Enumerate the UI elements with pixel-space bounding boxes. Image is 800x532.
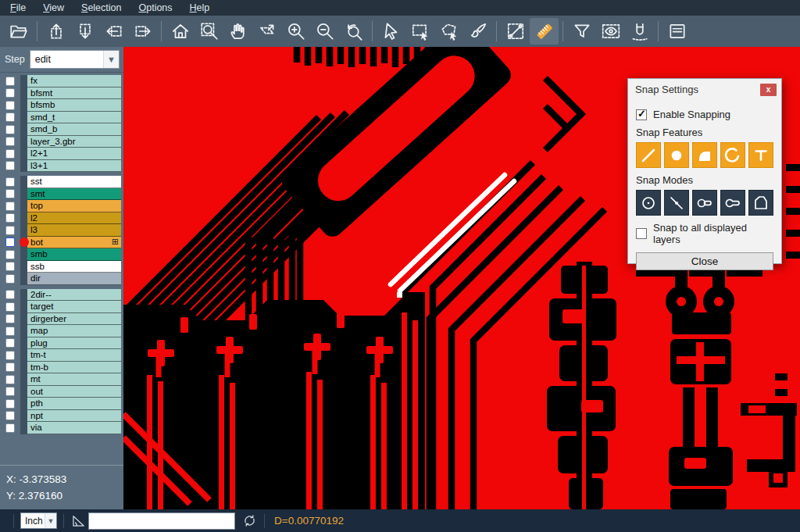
- layer-name-smb[interactable]: smb: [27, 248, 121, 261]
- layer-checkbox-bfsmt[interactable]: [5, 88, 15, 98]
- snap-mode-keyhole-button[interactable]: [720, 190, 745, 216]
- layer-name-2dir--[interactable]: 2dir--: [27, 289, 121, 302]
- layer-checkbox-bot[interactable]: [5, 237, 15, 247]
- clear-selection-button[interactable]: [463, 18, 492, 45]
- snap-mode-corner-button[interactable]: [748, 190, 773, 216]
- layer-name-tm-b[interactable]: tm-b: [27, 362, 121, 374]
- layer-checkbox-l2+1[interactable]: [5, 149, 15, 159]
- layer-name-dir[interactable]: dir: [27, 273, 121, 285]
- menu-file[interactable]: File: [2, 1, 34, 15]
- shift-view-left-button[interactable]: [99, 18, 128, 45]
- layer-name-sst[interactable]: sst: [27, 176, 121, 188]
- layer-checkbox-pth[interactable]: [5, 399, 15, 409]
- zoom-area-button[interactable]: [195, 18, 223, 45]
- snap-feature-text-button[interactable]: [748, 142, 773, 168]
- layer-name-plug[interactable]: plug: [27, 337, 121, 350]
- layer-checkbox-out[interactable]: [5, 387, 15, 396]
- layer-name-target[interactable]: target: [27, 301, 121, 313]
- layer-name-l2+1[interactable]: l2+1: [27, 148, 121, 160]
- layer-name-l3+1[interactable]: l3+1: [27, 160, 121, 173]
- log-panel-button[interactable]: [662, 18, 691, 45]
- layer-checkbox-mt[interactable]: [5, 375, 15, 384]
- menu-selection[interactable]: Selection: [73, 1, 130, 15]
- layer-checkbox-ssb[interactable]: [5, 262, 15, 271]
- layer-name-fx[interactable]: fx: [27, 75, 121, 87]
- layer-checkbox-fx[interactable]: [5, 77, 15, 86]
- close-icon[interactable]: x: [760, 84, 777, 96]
- layer-checkbox-target[interactable]: [5, 302, 15, 312]
- shift-view-down-button[interactable]: [70, 18, 99, 45]
- layer-name-top[interactable]: top: [27, 200, 121, 212]
- layer-checkbox-l3+1[interactable]: [5, 161, 15, 170]
- layer-name-mt[interactable]: mt: [27, 373, 121, 386]
- snap-feature-pad-button[interactable]: [692, 142, 717, 168]
- ruler-button[interactable]: [530, 18, 559, 45]
- layer-checkbox-smt[interactable]: [5, 189, 15, 198]
- layer-name-bfsmt[interactable]: bfsmt: [27, 87, 121, 100]
- layer-checkbox-tm-b[interactable]: [5, 362, 15, 372]
- snap-button[interactable]: [625, 18, 654, 45]
- layer-name-out[interactable]: out: [27, 386, 121, 398]
- zoom-out-button[interactable]: [310, 18, 339, 45]
- layer-checkbox-map[interactable]: [5, 327, 15, 336]
- show-hide-button[interactable]: [596, 18, 625, 45]
- snap-feature-line-button[interactable]: [636, 142, 661, 168]
- snap-mode-slot-button[interactable]: [692, 190, 717, 216]
- select-button[interactable]: [377, 18, 405, 45]
- layer-checkbox-via[interactable]: [5, 423, 15, 433]
- layer-checkbox-plug[interactable]: [5, 338, 15, 348]
- layer-checkbox-l2[interactable]: [5, 213, 15, 223]
- drag-zoom-button[interactable]: [252, 18, 281, 45]
- measure-line-button[interactable]: [501, 18, 530, 45]
- unit-select[interactable]: Inch ▼: [20, 512, 57, 529]
- shift-view-up-button[interactable]: [41, 18, 70, 45]
- layer-name-smd_t[interactable]: smd_t: [27, 112, 121, 124]
- layer-checkbox-smd_t[interactable]: [5, 112, 15, 122]
- menu-options[interactable]: Options: [130, 1, 180, 15]
- layer-checkbox-smd_b[interactable]: [5, 125, 15, 134]
- dialog-titlebar[interactable]: Snap Settings x: [628, 79, 781, 98]
- grid-icon[interactable]: ⊞: [112, 237, 119, 246]
- layer-checkbox-layer_3.gbr[interactable]: [5, 137, 15, 146]
- layer-name-map[interactable]: map: [27, 325, 121, 337]
- layer-checkbox-sst[interactable]: [5, 177, 15, 187]
- layer-name-tm-t[interactable]: tm-t: [27, 349, 121, 362]
- layer-name-l2[interactable]: l2: [27, 212, 121, 225]
- layer-checkbox-npt[interactable]: [5, 411, 15, 420]
- layer-name-smd_b[interactable]: smd_b: [27, 123, 121, 136]
- layer-name-layer_3.gbr[interactable]: layer_3.gbr: [27, 136, 121, 148]
- menu-view[interactable]: View: [34, 1, 73, 15]
- layer-name-bot[interactable]: bot⊞: [27, 237, 121, 249]
- layer-name-via[interactable]: via: [27, 422, 121, 434]
- snap-mode-center-button[interactable]: [636, 190, 661, 216]
- measure-input[interactable]: [88, 512, 235, 530]
- layer-name-smt[interactable]: smt: [27, 188, 121, 201]
- filter-button[interactable]: [567, 18, 596, 45]
- rect-select-button[interactable]: [405, 18, 434, 45]
- layer-checkbox-2dir--[interactable]: [5, 290, 15, 299]
- layer-name-bfsmb[interactable]: bfsmb: [27, 99, 121, 112]
- layer-checkbox-l3[interactable]: [5, 226, 15, 235]
- layer-checkbox-bfsmb[interactable]: [5, 101, 15, 110]
- layer-checkbox-top[interactable]: [5, 202, 15, 211]
- layer-name-dirgerber[interactable]: dirgerber: [27, 313, 121, 326]
- layer-checkbox-tm-t[interactable]: [5, 351, 15, 360]
- shift-view-right-button[interactable]: [128, 18, 157, 45]
- poly-select-button[interactable]: [434, 18, 463, 45]
- zoom-home-button[interactable]: [166, 18, 195, 45]
- layer-checkbox-dirgerber[interactable]: [5, 314, 15, 323]
- step-select[interactable]: edit ▼: [30, 50, 120, 69]
- zoom-in-button[interactable]: [281, 18, 310, 45]
- layer-name-npt[interactable]: npt: [27, 410, 121, 423]
- close-button[interactable]: Close: [636, 252, 773, 270]
- open-file-button[interactable]: [4, 18, 33, 45]
- layer-name-pth[interactable]: pth: [27, 398, 121, 410]
- layer-checkbox-smb[interactable]: [5, 250, 15, 259]
- snap-feature-circle-button[interactable]: [664, 142, 689, 168]
- snap-feature-arc-button[interactable]: [720, 142, 745, 168]
- menu-help[interactable]: Help: [181, 1, 219, 15]
- layer-checkbox-dir[interactable]: [5, 274, 15, 284]
- pan-button[interactable]: [223, 18, 252, 45]
- snap-all-layers-checkbox[interactable]: [636, 228, 647, 239]
- zoom-previous-button[interactable]: [339, 18, 368, 45]
